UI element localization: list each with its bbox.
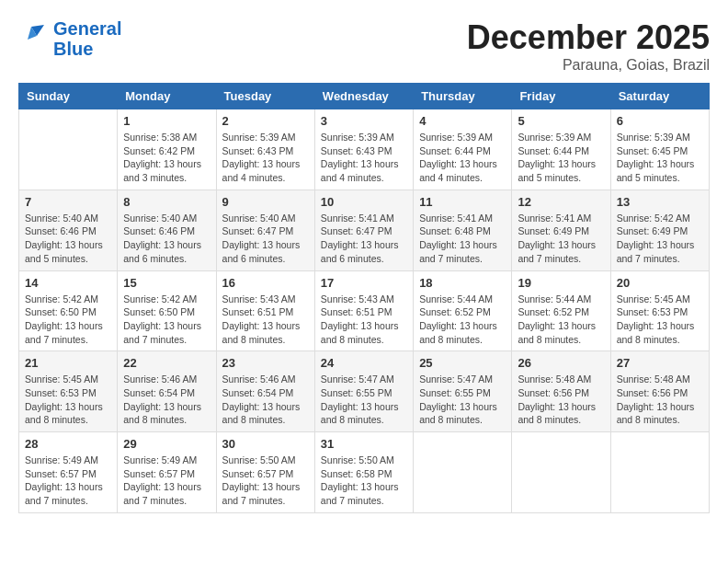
calendar-week-row: 21Sunrise: 5:45 AMSunset: 6:53 PMDayligh…	[19, 351, 710, 432]
table-row: 17Sunrise: 5:43 AMSunset: 6:51 PMDayligh…	[314, 270, 413, 351]
day-number: 2	[222, 114, 309, 128]
day-info: Sunrise: 5:50 AMSunset: 6:57 PMDaylight:…	[222, 454, 309, 508]
day-info: Sunrise: 5:44 AMSunset: 6:52 PMDaylight:…	[518, 293, 604, 347]
col-thursday: Thursday	[414, 84, 512, 109]
logo: General Blue	[18, 18, 121, 59]
day-number: 6	[617, 114, 703, 128]
day-info: Sunrise: 5:38 AMSunset: 6:42 PMDaylight:…	[123, 131, 210, 185]
table-row: 30Sunrise: 5:50 AMSunset: 6:57 PMDayligh…	[216, 432, 314, 513]
day-number: 7	[25, 195, 111, 209]
col-sunday: Sunday	[19, 84, 118, 109]
day-number: 15	[123, 276, 210, 290]
day-info: Sunrise: 5:39 AMSunset: 6:43 PMDaylight:…	[321, 131, 407, 185]
day-number: 4	[419, 114, 506, 128]
day-number: 22	[123, 356, 210, 370]
table-row: 20Sunrise: 5:45 AMSunset: 6:53 PMDayligh…	[610, 270, 709, 351]
month-title: December 2025	[467, 18, 710, 57]
day-number: 17	[321, 276, 407, 290]
logo-text: General Blue	[53, 18, 121, 59]
logo-line2: Blue	[53, 39, 121, 59]
table-row: 7Sunrise: 5:40 AMSunset: 6:46 PMDaylight…	[19, 190, 118, 270]
day-info: Sunrise: 5:49 AMSunset: 6:57 PMDaylight:…	[25, 454, 111, 508]
day-info: Sunrise: 5:43 AMSunset: 6:51 PMDaylight:…	[222, 293, 309, 347]
day-info: Sunrise: 5:49 AMSunset: 6:57 PMDaylight:…	[123, 454, 210, 508]
day-info: Sunrise: 5:44 AMSunset: 6:52 PMDaylight:…	[419, 293, 506, 347]
page-header: General Blue December 2025 Parauna, Goia…	[18, 18, 710, 74]
table-row: 9Sunrise: 5:40 AMSunset: 6:47 PMDaylight…	[216, 190, 314, 270]
calendar-week-row: 1Sunrise: 5:38 AMSunset: 6:42 PMDaylight…	[19, 109, 710, 190]
day-number: 27	[617, 356, 703, 370]
day-number: 31	[321, 437, 407, 451]
table-row: 11Sunrise: 5:41 AMSunset: 6:48 PMDayligh…	[414, 190, 512, 270]
day-number: 11	[419, 195, 506, 209]
table-row: 13Sunrise: 5:42 AMSunset: 6:49 PMDayligh…	[610, 190, 709, 270]
day-info: Sunrise: 5:48 AMSunset: 6:56 PMDaylight:…	[518, 373, 604, 427]
day-info: Sunrise: 5:39 AMSunset: 6:43 PMDaylight:…	[222, 131, 309, 185]
logo-line1: General	[53, 18, 121, 39]
table-row: 23Sunrise: 5:46 AMSunset: 6:54 PMDayligh…	[216, 351, 314, 432]
day-number: 19	[518, 276, 604, 290]
day-info: Sunrise: 5:41 AMSunset: 6:48 PMDaylight:…	[419, 212, 506, 266]
day-info: Sunrise: 5:41 AMSunset: 6:47 PMDaylight:…	[321, 212, 407, 266]
day-info: Sunrise: 5:40 AMSunset: 6:47 PMDaylight:…	[222, 212, 309, 266]
table-row	[19, 109, 118, 190]
day-info: Sunrise: 5:47 AMSunset: 6:55 PMDaylight:…	[419, 373, 506, 427]
day-number: 14	[25, 276, 111, 290]
col-saturday: Saturday	[610, 84, 709, 109]
day-info: Sunrise: 5:40 AMSunset: 6:46 PMDaylight:…	[25, 212, 111, 266]
day-info: Sunrise: 5:39 AMSunset: 6:45 PMDaylight:…	[617, 131, 703, 185]
col-monday: Monday	[118, 84, 216, 109]
col-wednesday: Wednesday	[314, 84, 413, 109]
calendar-week-row: 28Sunrise: 5:49 AMSunset: 6:57 PMDayligh…	[19, 432, 710, 513]
day-info: Sunrise: 5:40 AMSunset: 6:46 PMDaylight:…	[123, 212, 210, 266]
day-number: 25	[419, 356, 506, 370]
day-info: Sunrise: 5:42 AMSunset: 6:50 PMDaylight:…	[123, 293, 210, 347]
calendar-week-row: 7Sunrise: 5:40 AMSunset: 6:46 PMDaylight…	[19, 190, 710, 270]
table-row	[414, 432, 512, 513]
table-row: 12Sunrise: 5:41 AMSunset: 6:49 PMDayligh…	[512, 190, 610, 270]
table-row: 25Sunrise: 5:47 AMSunset: 6:55 PMDayligh…	[414, 351, 512, 432]
table-row	[512, 432, 610, 513]
day-number: 18	[419, 276, 506, 290]
table-row: 8Sunrise: 5:40 AMSunset: 6:46 PMDaylight…	[118, 190, 216, 270]
day-number: 28	[25, 437, 111, 451]
day-info: Sunrise: 5:41 AMSunset: 6:49 PMDaylight:…	[518, 212, 604, 266]
col-tuesday: Tuesday	[216, 84, 314, 109]
location-subtitle: Parauna, Goias, Brazil	[467, 57, 710, 74]
calendar-table: Sunday Monday Tuesday Wednesday Thursday…	[18, 83, 710, 513]
day-info: Sunrise: 5:50 AMSunset: 6:58 PMDaylight:…	[321, 454, 407, 508]
table-row: 22Sunrise: 5:46 AMSunset: 6:54 PMDayligh…	[118, 351, 216, 432]
table-row	[610, 432, 709, 513]
day-number: 5	[518, 114, 604, 128]
day-number: 24	[321, 356, 407, 370]
logo-bird-icon	[18, 19, 53, 58]
title-section: December 2025 Parauna, Goias, Brazil	[467, 18, 710, 74]
day-number: 29	[123, 437, 210, 451]
day-number: 16	[222, 276, 309, 290]
table-row: 29Sunrise: 5:49 AMSunset: 6:57 PMDayligh…	[118, 432, 216, 513]
col-friday: Friday	[512, 84, 610, 109]
day-number: 20	[617, 276, 703, 290]
day-number: 8	[123, 195, 210, 209]
day-number: 21	[25, 356, 111, 370]
table-row: 15Sunrise: 5:42 AMSunset: 6:50 PMDayligh…	[118, 270, 216, 351]
table-row: 31Sunrise: 5:50 AMSunset: 6:58 PMDayligh…	[314, 432, 413, 513]
day-info: Sunrise: 5:39 AMSunset: 6:44 PMDaylight:…	[518, 131, 604, 185]
table-row: 4Sunrise: 5:39 AMSunset: 6:44 PMDaylight…	[414, 109, 512, 190]
table-row: 28Sunrise: 5:49 AMSunset: 6:57 PMDayligh…	[19, 432, 118, 513]
table-row: 2Sunrise: 5:39 AMSunset: 6:43 PMDaylight…	[216, 109, 314, 190]
table-row: 6Sunrise: 5:39 AMSunset: 6:45 PMDaylight…	[610, 109, 709, 190]
day-info: Sunrise: 5:42 AMSunset: 6:49 PMDaylight:…	[617, 212, 703, 266]
day-info: Sunrise: 5:42 AMSunset: 6:50 PMDaylight:…	[25, 293, 111, 347]
day-info: Sunrise: 5:43 AMSunset: 6:51 PMDaylight:…	[321, 293, 407, 347]
table-row: 26Sunrise: 5:48 AMSunset: 6:56 PMDayligh…	[512, 351, 610, 432]
day-info: Sunrise: 5:48 AMSunset: 6:56 PMDaylight:…	[617, 373, 703, 427]
day-number: 9	[222, 195, 309, 209]
day-number: 10	[321, 195, 407, 209]
day-info: Sunrise: 5:47 AMSunset: 6:55 PMDaylight:…	[321, 373, 407, 427]
table-row: 3Sunrise: 5:39 AMSunset: 6:43 PMDaylight…	[314, 109, 413, 190]
day-number: 30	[222, 437, 309, 451]
day-number: 23	[222, 356, 309, 370]
table-row: 18Sunrise: 5:44 AMSunset: 6:52 PMDayligh…	[414, 270, 512, 351]
table-row: 21Sunrise: 5:45 AMSunset: 6:53 PMDayligh…	[19, 351, 118, 432]
